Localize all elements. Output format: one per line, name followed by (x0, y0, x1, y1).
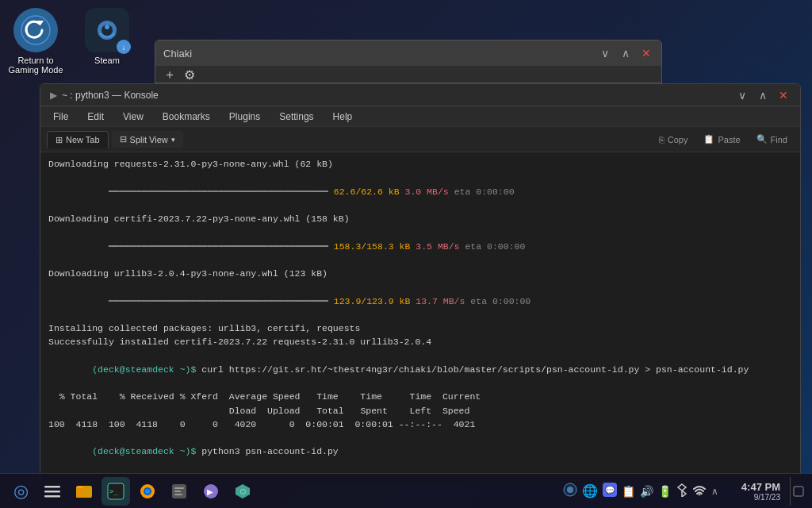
steam-desktop-icon[interactable]: ↓ Steam (75, 4, 139, 79)
taskbar-app7-btn[interactable]: ⬡ (228, 477, 257, 506)
taskbar-firefox-btn[interactable] (133, 477, 162, 506)
new-tab-icon: ⊞ (56, 135, 63, 145)
term-line: Installing collected packages: urllib3, … (48, 321, 792, 335)
term-line: Successfully installed certifi-2023.7.22… (48, 335, 792, 348)
clock-date: 9/17/23 (725, 493, 780, 502)
paste-icon: 📋 (703, 134, 714, 144)
taskbar-launcher-btn[interactable] (38, 477, 67, 506)
term-line: Downloading requests-2.31.0-py3-none-any… (48, 157, 792, 171)
menu-settings[interactable]: Settings (276, 110, 316, 124)
svg-text:⬡: ⬡ (240, 488, 246, 495)
return-gaming-label: Return toGaming Mode (8, 56, 63, 75)
tray-steam-icon[interactable] (563, 483, 577, 499)
tray-battery-icon[interactable]: 🔋 (658, 485, 672, 498)
svg-text:💬: 💬 (605, 485, 615, 495)
tray-wifi-icon[interactable] (692, 484, 707, 498)
steam-badge: ↓ (117, 40, 131, 54)
svg-point-5 (105, 25, 109, 29)
svg-rect-10 (44, 495, 60, 498)
clock-time: 4:47 PM (725, 481, 780, 493)
sys-tray: 🌐 💬 📋 🔊 🔋 (563, 483, 718, 499)
svg-rect-9 (44, 491, 60, 493)
svg-point-27 (567, 487, 573, 493)
konsole-titlebar: ▶ ~ : python3 — Konsole ∨ ∧ ✕ (40, 84, 800, 106)
menu-edit[interactable]: Edit (84, 110, 107, 124)
new-tab-label: New Tab (66, 135, 100, 144)
taskbar-files-btn[interactable] (70, 477, 98, 506)
new-tab-btn[interactable]: ⊞ New Tab (47, 131, 109, 148)
chiaki-title: Chiaki (163, 48, 192, 60)
chiaki-window-controls: ∨ ∧ ✕ (598, 47, 653, 60)
term-line: ━━━━━━━━━━━━━━━━━━━━━━━━━━━━━━━━━━━━━━━━… (48, 225, 792, 267)
chiaki-close-btn[interactable]: ✕ (639, 47, 653, 60)
term-line: % Total % Received % Xferd Average Speed… (48, 390, 792, 403)
paste-label: Paste (718, 135, 740, 144)
term-line: Dload Upload Total Spent Left Speed (48, 404, 792, 418)
terminal-content[interactable]: Downloading requests-2.31.0-py3-none-any… (40, 152, 800, 483)
menu-plugins[interactable]: Plugins (226, 110, 263, 124)
tray-expand-icon[interactable]: ∧ (711, 486, 718, 497)
clock-widget[interactable]: 4:47 PM 9/17/23 (725, 481, 780, 502)
svg-point-17 (145, 489, 150, 494)
desktop-icons: Return toGaming Mode ↓ Steam (4, 4, 139, 79)
show-desktop-btn[interactable] (790, 477, 806, 506)
tray-clipboard-icon[interactable]: 📋 (622, 485, 635, 498)
find-icon: 🔍 (756, 134, 768, 144)
konsole-minimize-btn[interactable]: ∨ (735, 89, 749, 102)
svg-rect-8 (44, 486, 60, 488)
term-line: (deck@steamdeck ~)$ python3 psn-account-… (48, 431, 792, 472)
chiaki-settings-btn[interactable]: ⚙ (184, 67, 195, 83)
taskbar-konsole-btn[interactable]: >_ (102, 477, 130, 506)
copy-btn[interactable]: ⎘ Copy (653, 133, 695, 147)
split-view-label: Split View (130, 135, 168, 144)
taskbar: ◎ >_ (0, 473, 812, 508)
svg-point-30 (699, 494, 701, 495)
konsole-menubar: File Edit View Bookmarks Plugins Setting… (40, 106, 800, 127)
svg-text:▶: ▶ (207, 487, 213, 496)
menu-view[interactable]: View (120, 110, 147, 124)
desktop: Return toGaming Mode ↓ Steam (0, 0, 812, 508)
konsole-close-btn[interactable]: ✕ (776, 89, 791, 102)
menu-help[interactable]: Help (330, 110, 356, 124)
find-label: Find (771, 135, 787, 144)
split-view-btn[interactable]: ⊟ Split View ▾ (112, 131, 183, 148)
svg-text:>_: >_ (109, 487, 118, 495)
steam-icon-img: ↓ (85, 8, 129, 52)
term-line: Downloading certifi-2023.7.22-py3-none-a… (48, 212, 792, 225)
taskbar-app6-btn[interactable]: ▶ (197, 477, 225, 506)
tray-bluetooth-icon[interactable] (676, 483, 688, 499)
copy-icon: ⎘ (659, 135, 665, 144)
svg-rect-31 (794, 487, 803, 496)
term-line: ━━━━━━━━━━━━━━━━━━━━━━━━━━━━━━━━━━━━━━━━… (48, 280, 792, 321)
svg-rect-12 (76, 488, 83, 498)
menu-file[interactable]: File (50, 110, 71, 124)
split-view-chevron: ▾ (171, 136, 175, 144)
konsole-maximize-btn[interactable]: ∧ (756, 89, 770, 102)
return-gaming-icon[interactable]: Return toGaming Mode (4, 4, 67, 79)
konsole-tabs-bar: ⊞ New Tab ⊟ Split View ▾ ⎘ Copy 📋 Paste … (40, 127, 800, 152)
return-gaming-img (13, 8, 58, 52)
taskbar-app5-btn[interactable] (165, 477, 193, 506)
tray-network-icon[interactable]: 🌐 (582, 483, 598, 498)
chiaki-titlebar: Chiaki ∨ ∧ ✕ (155, 40, 661, 66)
steam-label: Steam (94, 56, 120, 65)
konsole-window-controls: ∨ ∧ ✕ (735, 89, 791, 102)
tray-discord-icon[interactable]: 💬 (603, 483, 617, 499)
taskbar-left: ◎ >_ (6, 477, 257, 506)
term-line: Downloading urllib3-2.0.4-py3-none-any.w… (48, 267, 792, 280)
svg-rect-21 (174, 494, 182, 495)
find-btn[interactable]: 🔍 Find (750, 132, 794, 147)
copy-label: Copy (668, 135, 688, 144)
chiaki-maximize-btn[interactable]: ∧ (619, 47, 633, 60)
taskbar-right: 🌐 💬 📋 🔊 🔋 (563, 477, 806, 506)
tray-volume-icon[interactable]: 🔊 (640, 485, 653, 498)
paste-btn[interactable]: 📋 Paste (697, 132, 746, 147)
svg-rect-19 (174, 487, 184, 489)
menu-bookmarks[interactable]: Bookmarks (159, 110, 213, 124)
konsole-title-left: ▶ ~ : python3 — Konsole (50, 90, 159, 101)
term-line: (deck@steamdeck ~)$ curl https://git.sr.… (48, 349, 792, 391)
chiaki-add-btn[interactable]: ＋ (163, 67, 176, 83)
chiaki-minimize-btn[interactable]: ∨ (598, 47, 612, 60)
taskbar-steam-deck-btn[interactable]: ◎ (6, 477, 35, 506)
svg-rect-20 (174, 491, 181, 492)
